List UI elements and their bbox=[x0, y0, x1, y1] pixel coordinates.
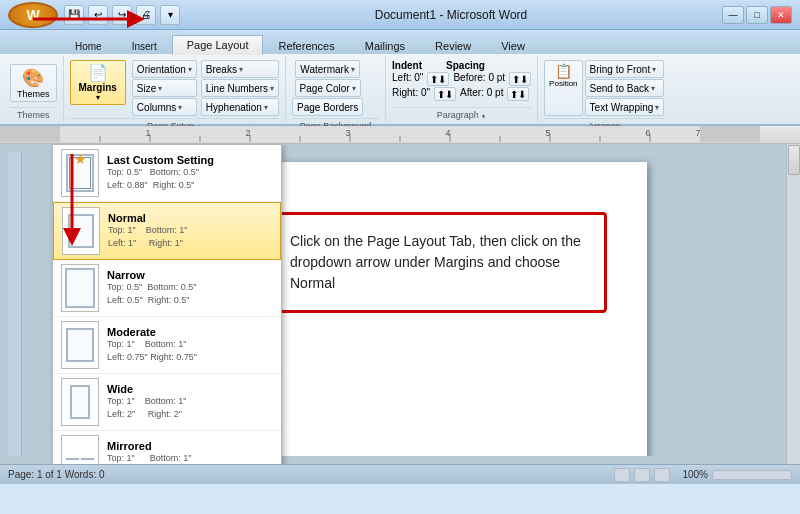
title-bar: W 💾 ↩ ↪ 🖨 ▾ Document1 - Microsoft Word —… bbox=[0, 0, 800, 30]
margin-thumb-mirrored bbox=[61, 435, 99, 464]
close-btn[interactable]: ✕ bbox=[770, 6, 792, 24]
position-button[interactable]: 📋 Position bbox=[544, 60, 582, 116]
window-controls: — □ ✕ bbox=[722, 6, 792, 24]
ribbon-tabs: Home Insert Page Layout References Maili… bbox=[0, 30, 800, 54]
tab-home[interactable]: Home bbox=[60, 37, 117, 55]
page-setup-col2: Breaks▾ Line Numbers▾ Hyphenation▾ bbox=[201, 60, 279, 116]
ribbon-group-page-setup: 📄 Margins ▾ Orientation▾ Size▾ Columns▾ … bbox=[64, 56, 287, 122]
left-panel bbox=[8, 152, 22, 456]
title-text: Document1 - Microsoft Word bbox=[180, 8, 722, 22]
svg-text:7: 7 bbox=[695, 128, 700, 138]
annotation-box: Click on the Page Layout Tab, then click… bbox=[267, 212, 607, 313]
arrange-col: Bring to Front▾ Send to Back▾ Text Wrapp… bbox=[585, 60, 665, 116]
view-btn-web[interactable] bbox=[654, 468, 670, 482]
minimize-btn[interactable]: — bbox=[722, 6, 744, 24]
margins-dropdown: ★ Last Custom Setting Top: 0.5" Bottom: … bbox=[52, 144, 282, 464]
margin-info-last: Last Custom Setting Top: 0.5" Bottom: 0.… bbox=[107, 154, 214, 193]
watermark-button[interactable]: Watermark▾ bbox=[295, 60, 360, 78]
margin-item-normal[interactable]: Normal Top: 1" Bottom: 1"Left: 1" Right:… bbox=[53, 202, 281, 260]
view-controls: 100% bbox=[614, 468, 792, 482]
margin-name-moderate: Moderate bbox=[107, 326, 197, 338]
svg-text:1: 1 bbox=[145, 128, 150, 138]
tab-insert[interactable]: Insert bbox=[117, 37, 172, 55]
indent-right-spinner[interactable]: ⬆⬇ bbox=[434, 87, 456, 101]
tab-view[interactable]: View bbox=[486, 36, 540, 55]
spacing-after-spinner[interactable]: ⬆⬇ bbox=[507, 87, 529, 101]
margin-details-mirrored: Top: 1" Bottom: 1"Inside: 1.25" Outside:… bbox=[107, 452, 203, 465]
spacing-before-spinner[interactable]: ⬆⬇ bbox=[509, 72, 531, 86]
svg-text:3: 3 bbox=[345, 128, 350, 138]
paragraph-dialog-launcher[interactable]: ⬧ bbox=[481, 111, 486, 120]
indent-left-spinner[interactable]: ⬆⬇ bbox=[427, 72, 449, 86]
tab-mailings[interactable]: Mailings bbox=[350, 36, 420, 55]
svg-rect-4 bbox=[700, 126, 760, 142]
svg-text:4: 4 bbox=[445, 128, 450, 138]
margin-details-narrow: Top: 0.5" Bottom: 0.5"Left: 0.5" Right: … bbox=[107, 281, 196, 308]
margin-thumb-last: ★ bbox=[61, 149, 99, 197]
columns-button[interactable]: Columns▾ bbox=[132, 98, 197, 116]
margin-details-normal: Top: 1" Bottom: 1"Left: 1" Right: 1" bbox=[108, 224, 187, 251]
position-icon: 📋 bbox=[555, 63, 572, 79]
indent-left-row: Left: 0" ⬆⬇ Before: 0 pt ⬆⬇ bbox=[392, 72, 531, 86]
page-color-button[interactable]: Page Color▾ bbox=[295, 79, 361, 97]
ribbon: 🎨 Themes Themes 📄 Margins ▾ Orientation▾… bbox=[0, 54, 800, 126]
margin-item-wide[interactable]: Wide Top: 1" Bottom: 1"Left: 2" Right: 2… bbox=[53, 374, 281, 431]
line-numbers-button[interactable]: Line Numbers▾ bbox=[201, 79, 279, 97]
tab-review[interactable]: Review bbox=[420, 36, 486, 55]
red-arrow-annotation bbox=[28, 8, 148, 30]
margins-icon: 📄 bbox=[88, 63, 108, 82]
ribbon-group-arrange: 📋 Position Bring to Front▾ Send to Back▾… bbox=[538, 56, 670, 122]
margin-name-wide: Wide bbox=[107, 383, 186, 395]
margin-info-moderate: Moderate Top: 1" Bottom: 1"Left: 0.75" R… bbox=[107, 326, 197, 365]
margin-thumb-normal bbox=[62, 207, 100, 255]
status-text: Page: 1 of 1 Words: 0 bbox=[8, 469, 105, 480]
maximize-btn[interactable]: □ bbox=[746, 6, 768, 24]
margin-name-normal: Normal bbox=[108, 212, 187, 224]
bring-to-front-button[interactable]: Bring to Front▾ bbox=[585, 60, 665, 78]
ruler: 1 2 3 4 5 6 7 bbox=[0, 126, 800, 144]
svg-text:6: 6 bbox=[645, 128, 650, 138]
view-btn-print[interactable] bbox=[614, 468, 630, 482]
margin-info-mirrored: Mirrored Top: 1" Bottom: 1"Inside: 1.25"… bbox=[107, 440, 203, 465]
more-btn[interactable]: ▾ bbox=[160, 5, 180, 25]
ribbon-group-paragraph: Indent Spacing Left: 0" ⬆⬇ Before: 0 pt … bbox=[386, 56, 538, 122]
ruler-marks: 1 2 3 4 5 6 7 bbox=[0, 126, 760, 142]
margin-info-narrow: Narrow Top: 0.5" Bottom: 0.5"Left: 0.5" … bbox=[107, 269, 196, 308]
themes-label: Themes bbox=[17, 89, 50, 99]
zoom-slider[interactable] bbox=[712, 470, 792, 480]
page-borders-button[interactable]: Page Borders bbox=[292, 98, 363, 116]
margin-details-wide: Top: 1" Bottom: 1"Left: 2" Right: 2" bbox=[107, 395, 186, 422]
margin-info-wide: Wide Top: 1" Bottom: 1"Left: 2" Right: 2… bbox=[107, 383, 186, 422]
scroll-thumb[interactable] bbox=[788, 145, 800, 175]
scrollbar-vertical[interactable] bbox=[786, 144, 800, 464]
size-button[interactable]: Size▾ bbox=[132, 79, 197, 97]
orientation-button[interactable]: Orientation▾ bbox=[132, 60, 197, 78]
themes-button[interactable]: 🎨 Themes bbox=[10, 64, 57, 102]
themes-group-label: Themes bbox=[10, 107, 57, 120]
margin-name-mirrored: Mirrored bbox=[107, 440, 203, 452]
margin-item-last-custom[interactable]: ★ Last Custom Setting Top: 0.5" Bottom: … bbox=[53, 145, 281, 202]
breaks-button[interactable]: Breaks▾ bbox=[201, 60, 279, 78]
doc-area: Click on the Page Layout Tab, then click… bbox=[0, 144, 800, 464]
tab-references[interactable]: References bbox=[263, 36, 349, 55]
tab-page-layout[interactable]: Page Layout bbox=[172, 35, 264, 55]
margin-info-normal: Normal Top: 1" Bottom: 1"Left: 1" Right:… bbox=[108, 212, 187, 251]
margin-item-mirrored[interactable]: Mirrored Top: 1" Bottom: 1"Inside: 1.25"… bbox=[53, 431, 281, 464]
send-to-back-button[interactable]: Send to Back▾ bbox=[585, 79, 665, 97]
margin-item-moderate[interactable]: Moderate Top: 1" Bottom: 1"Left: 0.75" R… bbox=[53, 317, 281, 374]
position-label: Position bbox=[549, 79, 577, 88]
page-setup-col1: Orientation▾ Size▾ Columns▾ bbox=[132, 60, 197, 116]
text-wrapping-button[interactable]: Text Wrapping▾ bbox=[585, 98, 665, 116]
view-btn-full[interactable] bbox=[634, 468, 650, 482]
margins-button[interactable]: 📄 Margins ▾ bbox=[70, 60, 126, 105]
margin-item-narrow[interactable]: Narrow Top: 0.5" Bottom: 0.5"Left: 0.5" … bbox=[53, 260, 281, 317]
svg-rect-3 bbox=[0, 126, 60, 142]
hyphenation-button[interactable]: Hyphenation▾ bbox=[201, 98, 279, 116]
svg-text:2: 2 bbox=[245, 128, 250, 138]
margin-details-moderate: Top: 1" Bottom: 1"Left: 0.75" Right: 0.7… bbox=[107, 338, 197, 365]
margin-thumb-wide bbox=[61, 378, 99, 426]
margin-name-narrow: Narrow bbox=[107, 269, 196, 281]
margins-label: Margins bbox=[79, 82, 117, 93]
ribbon-group-page-background: Watermark▾ Page Color▾ Page Borders Page… bbox=[286, 56, 386, 122]
star-icon: ★ bbox=[74, 151, 87, 167]
